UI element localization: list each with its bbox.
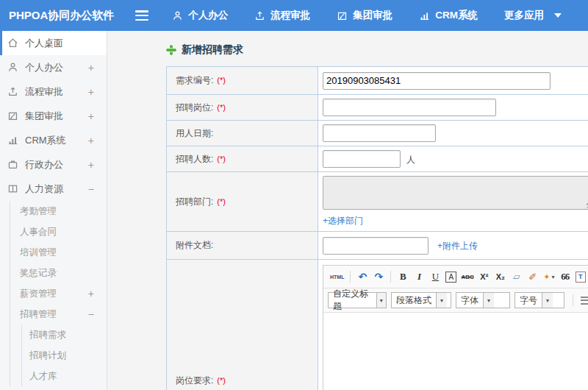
sidebar-item-training[interactable]: 培训管理 — [10, 242, 107, 263]
recruitment-submenu: 招聘需求 招聘计划 人才库 — [21, 325, 107, 386]
required-mark: (*) — [217, 76, 226, 85]
sidebar-item-recruit-plan[interactable]: 招聘计划 — [22, 345, 107, 366]
main-content: 新增招聘需求 需求编号:(*) 招聘岗位:(*) 用人日期: 招聘人数:(*) … — [107, 31, 588, 390]
redo-icon[interactable]: ↷ — [373, 270, 384, 283]
sidebar-item-hr-contract[interactable]: 人事合同 — [10, 221, 107, 242]
plus-icon — [166, 45, 176, 55]
expand-icon[interactable]: + — [88, 159, 94, 171]
department-textarea[interactable] — [323, 176, 588, 210]
sidebar-item-crm-system[interactable]: CRM系统 + — [0, 128, 107, 152]
form-row-attachment: 附件文档: +附件上传 — [167, 232, 588, 260]
sidebar-item-human-resources[interactable]: 人力资源 − — [0, 177, 107, 201]
align-left-icon[interactable] — [581, 297, 588, 305]
custom-title-select[interactable]: 自定义标题▾ — [328, 292, 387, 308]
caret-down-icon: ▾ — [483, 293, 494, 308]
bold-button[interactable]: B — [397, 270, 409, 283]
caret-down-icon — [554, 13, 562, 18]
required-mark: (*) — [217, 103, 226, 112]
form-row-department: 招聘部门:(*) +选择部门 — [167, 172, 588, 232]
sidebar-item-group-approval[interactable]: 集团审批 + — [0, 104, 107, 128]
collapse-icon[interactable]: − — [88, 308, 94, 320]
edit-icon — [7, 110, 18, 121]
collapse-icon[interactable]: − — [88, 183, 94, 195]
sidebar-item-personal-office[interactable]: 个人办公 + — [0, 55, 107, 79]
editor-content-area[interactable] — [323, 313, 588, 390]
expand-icon[interactable]: + — [88, 288, 94, 299]
expand-icon[interactable]: + — [88, 135, 94, 146]
format-painter-icon: ✦ — [543, 272, 550, 282]
page-title: 新增招聘需求 — [107, 31, 588, 66]
hamburger-menu-icon[interactable] — [135, 10, 148, 21]
select-department-link[interactable]: +选择部门 — [323, 216, 363, 226]
paragraph-format-select[interactable]: 段落格式▾ — [391, 292, 451, 308]
position-input[interactable] — [323, 99, 496, 116]
topnav-personal-office[interactable]: 个人办公 — [172, 9, 228, 22]
toolbar-separator — [390, 271, 391, 283]
headcount-unit: 人 — [406, 155, 415, 165]
form-row-position: 招聘岗位:(*) — [167, 95, 588, 121]
sidebar-item-talent-pool[interactable]: 人才库 — [22, 366, 107, 386]
paste-text-button[interactable]: T — [576, 272, 586, 283]
paintbrush-icon[interactable]: ✐ — [527, 270, 539, 283]
font-border-button[interactable]: A — [445, 272, 456, 283]
caret-down-icon: ▾ — [436, 293, 447, 308]
rich-text-editor: HTML ↶ ↷ B I U A ABC X² X₂ ▱ — [323, 265, 588, 390]
caret-down-icon: ▾ — [551, 274, 554, 280]
edit-icon — [337, 10, 348, 21]
expand-icon[interactable]: + — [88, 62, 94, 74]
app-window: PHPOA协同办公软件 个人办公 流程审批 集团审批 CRM系统 更多应用 — [0, 0, 588, 390]
eraser-icon[interactable]: ▱ — [511, 270, 523, 283]
top-bar: PHPOA协同办公软件 个人办公 流程审批 集团审批 CRM系统 更多应用 — [0, 0, 588, 31]
person-icon — [172, 10, 183, 21]
hire-date-input[interactable] — [323, 124, 436, 142]
expand-icon[interactable]: + — [88, 110, 94, 122]
subscript-button[interactable]: X₂ — [495, 270, 506, 283]
font-size-select[interactable]: 字号▾ — [514, 292, 564, 308]
chart-icon — [419, 10, 430, 21]
sidebar-item-reward-punishment[interactable]: 奖惩记录 — [10, 263, 107, 283]
html-source-button[interactable]: HTML — [330, 270, 344, 283]
editor-toolbar-row2: 自定义标题▾ 段落格式▾ 字体▾ 字号▾ — [323, 288, 588, 313]
superscript-button[interactable]: X² — [478, 270, 490, 283]
editor-toolbar-row1: HTML ↶ ↷ B I U A ABC X² X₂ ▱ — [323, 266, 588, 288]
toolbar-separator — [573, 294, 573, 306]
expand-icon[interactable]: + — [88, 86, 94, 98]
sidebar-item-attendance[interactable]: 考勤管理 — [10, 201, 107, 221]
briefcase-icon — [7, 159, 18, 170]
font-family-select[interactable]: 字体▾ — [456, 292, 510, 308]
sidebar-item-workflow-approval[interactable]: 流程审批 + — [0, 79, 107, 104]
required-mark: (*) — [217, 376, 226, 385]
attachment-upload-link[interactable]: +附件上传 — [437, 241, 478, 251]
topnav-group-approval[interactable]: 集团审批 — [337, 9, 392, 22]
topnav-crm-system[interactable]: CRM系统 — [419, 9, 478, 22]
chart-icon — [7, 135, 18, 146]
topnav-more-apps[interactable]: 更多应用 — [504, 9, 562, 22]
sidebar-item-personal-desktop[interactable]: 个人桌面 — [0, 31, 107, 55]
format-painter-button[interactable]: ✦▾ — [543, 270, 555, 283]
headcount-input[interactable] — [323, 150, 401, 168]
book-icon — [7, 183, 18, 194]
italic-button[interactable]: I — [413, 270, 425, 283]
person-icon — [7, 62, 18, 73]
topnav-workflow-approval[interactable]: 流程审批 — [254, 9, 310, 22]
required-mark: (*) — [217, 155, 226, 163]
flow-icon — [7, 86, 18, 97]
sidebar: 个人桌面 个人办公 + 流程审批 + 集团审批 + CRM系统 + 行政办公 + — [0, 31, 107, 390]
toolbar-separator — [350, 271, 351, 283]
home-icon — [7, 38, 18, 49]
sidebar-item-recruit-demand[interactable]: 招聘需求 — [22, 325, 107, 345]
form-row-count: 招聘人数:(*) 人 — [167, 146, 588, 172]
attachment-input[interactable] — [323, 237, 429, 255]
caret-down-icon: ▾ — [376, 293, 386, 308]
form-row-requirement: 岗位要求:(*) HTML ↶ ↷ B I U A — [167, 260, 588, 390]
undo-icon[interactable]: ↶ — [356, 270, 368, 283]
sidebar-item-salary[interactable]: 薪资管理+ — [10, 283, 107, 304]
recruit-demand-form: 需求编号:(*) 招聘岗位:(*) 用人日期: 招聘人数:(*) 人 招聘部门:… — [166, 66, 588, 390]
sidebar-item-recruitment[interactable]: 招聘管理− — [10, 304, 107, 325]
flow-icon — [254, 10, 265, 21]
underline-button[interactable]: U — [429, 270, 441, 283]
blockquote-button[interactable]: 66 — [559, 270, 571, 283]
strikethrough-button[interactable]: ABC — [461, 270, 473, 283]
demand-code-input[interactable] — [323, 72, 551, 90]
sidebar-item-administration[interactable]: 行政办公 + — [0, 152, 107, 177]
